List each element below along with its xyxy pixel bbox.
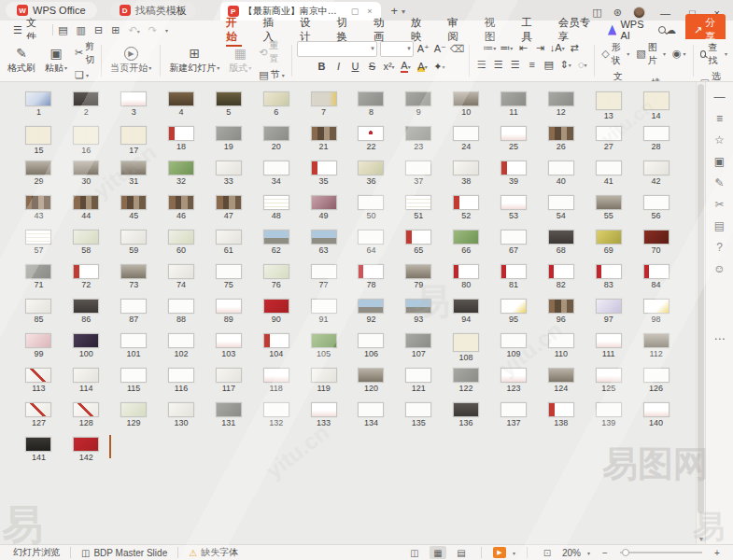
reset-button[interactable]: ⟲重置	[257, 39, 286, 65]
slide-thumbnail[interactable]	[73, 161, 99, 175]
slide-thumbnail[interactable]	[216, 333, 242, 348]
menu-tab-动画[interactable]: 动画	[364, 14, 400, 47]
slide-thumbnail[interactable]	[263, 230, 289, 245]
slide-thumbnail[interactable]	[73, 437, 99, 452]
slide-thumbnail[interactable]	[453, 333, 479, 352]
slide-thumbnail[interactable]	[120, 333, 147, 348]
section-button[interactable]: ▤节▾	[257, 68, 286, 81]
slide-thumbnail[interactable]	[120, 264, 147, 279]
slide-thumbnail[interactable]	[596, 264, 622, 279]
menu-tab-设计[interactable]: 设计	[290, 14, 326, 47]
slide-thumbnail[interactable]	[358, 299, 384, 314]
slide-thumbnail[interactable]	[216, 195, 242, 210]
pages-icon[interactable]: ▣	[712, 154, 728, 169]
slide-thumbnail[interactable]	[311, 264, 337, 279]
favorites-star-icon[interactable]: ☆	[712, 133, 728, 147]
slide-thumbnail[interactable]	[453, 91, 479, 106]
slide-thumbnail[interactable]	[263, 161, 289, 175]
slide-thumbnail[interactable]	[25, 402, 51, 417]
highlight-color-button[interactable]: A▾	[416, 60, 430, 74]
docer-template-tab[interactable]: D 找稿类模板	[110, 2, 196, 19]
slide-thumbnail[interactable]	[548, 230, 574, 245]
slide-thumbnail[interactable]	[73, 333, 99, 348]
underline-button[interactable]: U	[348, 60, 362, 74]
slide-thumbnail[interactable]	[643, 402, 670, 417]
slide-thumbnail[interactable]	[120, 368, 147, 383]
slide-thumbnail[interactable]	[216, 368, 242, 383]
wps-ai-button[interactable]: WPS AI	[608, 19, 651, 41]
slide-thumbnail[interactable]	[358, 230, 384, 245]
slide-thumbnail[interactable]	[643, 230, 670, 245]
slide-thumbnail[interactable]	[168, 402, 194, 417]
copy-button[interactable]: ❏▾	[73, 69, 96, 81]
slide-thumbnail[interactable]	[548, 91, 574, 106]
slide-thumbnail[interactable]	[25, 368, 51, 383]
slide-thumbnail[interactable]	[358, 402, 384, 417]
fit-window-button[interactable]: ⊡	[539, 546, 556, 559]
menu-tab-切换[interactable]: 切换	[328, 14, 363, 47]
slide-thumbnail[interactable]	[216, 230, 242, 245]
slide-thumbnail[interactable]	[453, 195, 479, 210]
media-button[interactable]: ◉▾	[670, 48, 688, 60]
help-icon[interactable]: ?	[712, 240, 728, 255]
zoom-slider[interactable]	[620, 552, 702, 553]
slide-thumbnail[interactable]	[263, 264, 289, 279]
slide-thumbnail[interactable]	[405, 333, 431, 348]
new-slide-button[interactable]: ⊞ 新建幻灯片▾	[165, 46, 223, 76]
slide-thumbnail[interactable]	[25, 264, 51, 279]
zoom-out-button[interactable]: −	[597, 546, 613, 559]
slide-thumbnail[interactable]	[453, 299, 479, 314]
slide-thumbnail[interactable]	[120, 402, 147, 417]
missing-fonts-warning[interactable]: ⚠ 缺失字体	[183, 546, 244, 559]
slide-thumbnail[interactable]	[168, 230, 194, 245]
cut-button[interactable]: ✂剪切	[73, 40, 96, 66]
slide-thumbnail[interactable]	[596, 333, 622, 348]
slide-thumbnail[interactable]	[453, 126, 479, 141]
collapse-panel-icon[interactable]: —	[712, 90, 728, 105]
slide-thumbnail[interactable]	[311, 402, 337, 417]
annotate-pen-icon[interactable]: ✎	[712, 175, 728, 190]
textbox-button[interactable]: ▭文本框▾	[599, 70, 636, 83]
slide-thumbnail[interactable]	[548, 195, 574, 210]
select-button[interactable]: ▢选择▾	[698, 70, 729, 83]
print-preview-icon[interactable]: ⊞	[111, 24, 120, 36]
slide-thumbnail[interactable]	[73, 368, 99, 383]
slide-thumbnail[interactable]	[168, 195, 194, 210]
slide-thumbnail[interactable]	[500, 91, 527, 106]
slide-thumbnail[interactable]	[120, 161, 147, 175]
slide-thumbnail[interactable]	[263, 299, 289, 314]
slide-thumbnail[interactable]	[216, 299, 242, 314]
slide-thumbnail[interactable]	[311, 368, 337, 383]
slide-thumbnail[interactable]	[73, 264, 99, 279]
properties-icon[interactable]: ≡	[712, 111, 728, 126]
slide-thumbnail[interactable]	[548, 161, 574, 175]
slide-thumbnail[interactable]	[263, 333, 289, 348]
slide-thumbnail[interactable]	[263, 195, 289, 210]
slide-thumbnail[interactable]	[405, 161, 431, 175]
menu-tab-审阅[interactable]: 审阅	[438, 14, 473, 47]
slide-thumbnail[interactable]	[500, 126, 527, 141]
slide-thumbnail[interactable]	[358, 368, 384, 383]
feedback-icon[interactable]: ☺	[712, 261, 728, 276]
slide-thumbnail[interactable]	[25, 126, 51, 145]
slide-thumbnail[interactable]	[548, 126, 574, 141]
menu-tab-放映[interactable]: 放映	[402, 14, 437, 47]
slide-thumbnail[interactable]	[25, 333, 51, 348]
slide-thumbnail[interactable]	[311, 333, 337, 348]
slide-thumbnail[interactable]	[358, 195, 384, 210]
slide-thumbnail[interactable]	[120, 126, 147, 145]
vertical-scrollbar[interactable]: ▼	[696, 82, 705, 544]
slide-thumbnail[interactable]	[405, 91, 431, 106]
more-icon[interactable]: ⋯	[712, 331, 728, 346]
user-avatar[interactable]	[633, 7, 645, 19]
zoom-slider-knob[interactable]	[622, 549, 629, 556]
slide-thumbnail[interactable]	[643, 161, 670, 175]
slide-thumbnail[interactable]	[168, 126, 194, 141]
align-left-button[interactable]: ☰	[474, 58, 488, 72]
slide-thumbnail[interactable]	[596, 195, 622, 210]
slide-thumbnail[interactable]	[453, 161, 479, 175]
slide-thumbnail[interactable]	[405, 264, 431, 279]
slide-thumbnail[interactable]	[596, 368, 622, 383]
slide-thumbnail[interactable]	[73, 299, 99, 314]
slide-thumbnail[interactable]	[263, 91, 289, 106]
